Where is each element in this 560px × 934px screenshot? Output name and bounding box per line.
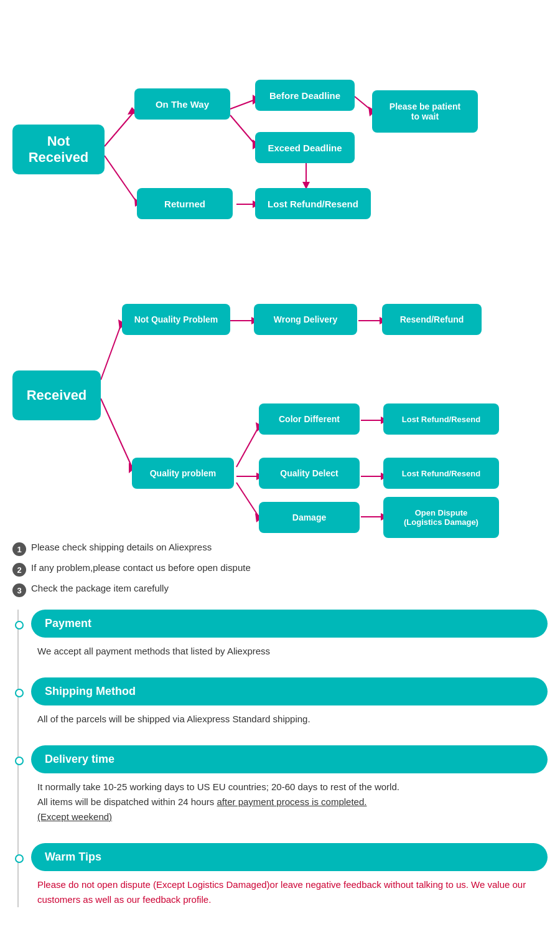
tip-text-2: If any problem,please contact us before … (31, 562, 251, 573)
tip-item-1: 1 Please check shipping details on Aliex… (12, 542, 548, 556)
warm-tips-dot (15, 854, 24, 863)
lost-refund-resend-node2: Lost Refund/Resend (383, 403, 499, 435)
delivery-body: It normally take 10-25 working days to U… (31, 780, 548, 824)
svg-line-16 (101, 399, 132, 467)
quality-problem-node: Quality problem (132, 458, 234, 489)
patient-node: Please be patientto wait (372, 90, 478, 133)
delivery-section: Delivery time It normally take 10-25 wor… (31, 745, 548, 824)
info-sections: Payment We accept all payment methods th… (12, 610, 548, 907)
svg-line-4 (230, 100, 255, 109)
resend-refund-node: Resend/Refund (382, 304, 482, 335)
svg-line-2 (105, 156, 137, 202)
returned-node: Returned (137, 188, 233, 219)
quality-defect-node: Quality Delect (259, 458, 360, 489)
tip-num-3: 3 (12, 583, 26, 597)
svg-line-26 (236, 483, 259, 517)
svg-line-8 (355, 97, 372, 111)
warm-tips-body: Please do not open dispute (Except Logis… (31, 877, 548, 907)
svg-line-0 (105, 112, 134, 146)
payment-header: Payment (31, 610, 548, 638)
lost-refund-resend-node3: Lost Refund/Resend (383, 458, 499, 489)
svg-line-14 (101, 324, 121, 380)
warm-tips-header: Warm Tips (31, 843, 548, 871)
on-the-way-node: On The Way (134, 88, 230, 120)
shipping-header: Shipping Method (31, 677, 548, 705)
payment-section: Payment We accept all payment methods th… (31, 610, 548, 659)
delivery-header: Delivery time (31, 745, 548, 773)
wrong-delivery-node: Wrong Delivery (254, 304, 357, 335)
svg-line-22 (236, 427, 259, 467)
svg-line-6 (230, 115, 255, 144)
payment-body: We accept all payment methods that liste… (31, 644, 548, 659)
payment-dot (15, 621, 24, 630)
tip-text-1: Please check shipping details on Aliexpr… (31, 542, 212, 552)
open-dispute-node: Open Dispute(Logistics Damage) (383, 497, 499, 538)
tip-text-3: Check the package item carefully (31, 583, 169, 593)
tip-item-2: 2 If any problem,please contact us befor… (12, 562, 548, 577)
tip-num-1: 1 (12, 542, 26, 556)
not-received-node: NotReceived (12, 125, 105, 174)
damage-node: Damage (259, 502, 360, 533)
shipping-dot (15, 689, 24, 697)
shipping-section: Shipping Method All of the parcels will … (31, 677, 548, 727)
shipping-body: All of the parcels will be shipped via A… (31, 712, 548, 727)
color-different-node: Color Different (259, 403, 360, 435)
received-node: Received (12, 370, 101, 420)
lost-refund-resend-node1: Lost Refund/Resend (255, 188, 371, 219)
delivery-dot (15, 757, 24, 765)
exceed-deadline-node: Exceed Deadline (255, 132, 355, 163)
tips-section: 1 Please check shipping details on Aliex… (12, 542, 548, 597)
before-deadline-node: Before Deadline (255, 80, 355, 111)
tip-num-2: 2 (12, 563, 26, 577)
not-quality-problem-node: Not Quality Problem (122, 304, 230, 335)
tip-item-3: 3 Check the package item carefully (12, 583, 548, 597)
warm-tips-section: Warm Tips Please do not open dispute (Ex… (31, 843, 548, 907)
